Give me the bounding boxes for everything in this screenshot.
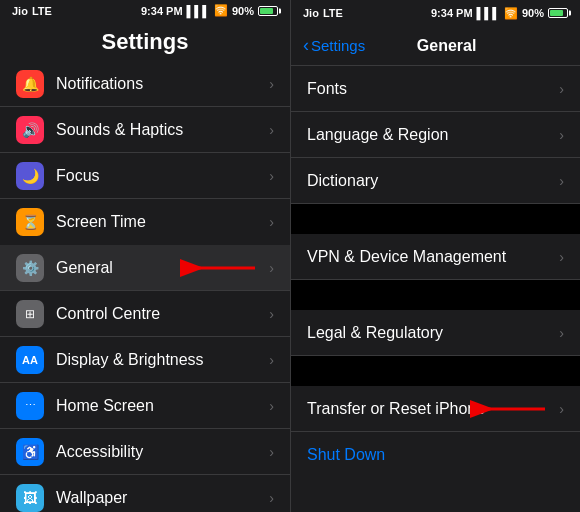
controlcentre-icon: ⊞ [16,300,44,328]
general-section-2: VPN & Device Management › [291,234,580,280]
settings-item-wallpaper[interactable]: 🖼 Wallpaper › [0,475,290,512]
general-title: General [365,37,528,55]
left-status-right: 9:34 PM ▌▌▌ 🛜 90% [141,4,278,17]
screentime-label: Screen Time [56,213,269,231]
notifications-icon: 🔔 [16,70,44,98]
wallpaper-icon: 🖼 [16,484,44,512]
network-left: LTE [32,5,52,17]
notifications-label: Notifications [56,75,269,93]
general-section-gap-1 [291,204,580,234]
controlcentre-label: Control Centre [56,305,269,323]
general-item-dictionary[interactable]: Dictionary › [291,158,580,204]
battery-right: 90% [522,7,544,19]
focus-chevron: › [269,168,274,184]
fonts-chevron: › [559,81,564,97]
legal-chevron: › [559,325,564,341]
accessibility-chevron: › [269,444,274,460]
sounds-chevron: › [269,122,274,138]
display-icon: AA [16,346,44,374]
settings-title: Settings [0,21,290,61]
back-chevron: ‹ [303,35,309,56]
battery-body [258,6,278,16]
sounds-icon: 🔊 [16,116,44,144]
wifi-icon-right: 🛜 [504,7,518,20]
language-label: Language & Region [307,126,559,144]
dictionary-label: Dictionary [307,172,559,190]
general-item-vpn[interactable]: VPN & Device Management › [291,234,580,280]
time-left: 9:34 PM [141,5,183,17]
sounds-label: Sounds & Haptics [56,121,269,139]
homescreen-icon: ⋯ [16,392,44,420]
display-label: Display & Brightness [56,351,269,369]
general-header: ‹ Settings General [291,26,580,66]
carrier-left: Jio [12,5,28,17]
wallpaper-chevron: › [269,490,274,506]
time-right: 9:34 PM [431,7,473,19]
network-right: LTE [323,7,343,19]
right-status-bar: Jio LTE 9:34 PM ▌▌▌ 🛜 90% [291,0,580,26]
general-chevron: › [269,260,274,276]
carrier-right: Jio [303,7,319,19]
left-status-bar: Jio LTE 9:34 PM ▌▌▌ 🛜 90% [0,0,290,21]
transfer-chevron: › [559,401,564,417]
accessibility-label: Accessibility [56,443,269,461]
general-arrow [190,254,260,282]
fonts-label: Fonts [307,80,559,98]
left-panel: Jio LTE 9:34 PM ▌▌▌ 🛜 90% Settings 🔔 Not… [0,0,290,512]
general-section-gap-2 [291,280,580,310]
back-label: Settings [311,37,365,54]
battery-body-right [548,8,568,18]
battery-icon-left [258,6,278,16]
settings-section-1: 🔔 Notifications › 🔊 Sounds & Haptics › 🌙… [0,61,290,245]
left-status-left: Jio LTE [12,5,52,17]
screentime-chevron: › [269,214,274,230]
language-chevron: › [559,127,564,143]
shutdown-label: Shut Down [307,446,385,464]
focus-label: Focus [56,167,269,185]
battery-fill-right [550,10,563,16]
dictionary-chevron: › [559,173,564,189]
settings-item-accessibility[interactable]: ♿ Accessibility › [0,429,290,475]
controlcentre-chevron: › [269,306,274,322]
homescreen-chevron: › [269,398,274,414]
settings-item-notifications[interactable]: 🔔 Notifications › [0,61,290,107]
settings-item-focus[interactable]: 🌙 Focus › [0,153,290,199]
legal-label: Legal & Regulatory [307,324,559,342]
settings-item-screentime[interactable]: ⏳ Screen Time › [0,199,290,245]
general-section-gap-3 [291,356,580,386]
wifi-icon: 🛜 [214,4,228,17]
right-status-left: Jio LTE [303,7,343,19]
homescreen-label: Home Screen [56,397,269,415]
screentime-icon: ⏳ [16,208,44,236]
focus-icon: 🌙 [16,162,44,190]
vpn-chevron: › [559,249,564,265]
settings-item-controlcentre[interactable]: ⊞ Control Centre › [0,291,290,337]
settings-item-homescreen[interactable]: ⋯ Home Screen › [0,383,290,429]
wallpaper-label: Wallpaper [56,489,269,507]
notifications-chevron: › [269,76,274,92]
display-chevron: › [269,352,274,368]
vpn-label: VPN & Device Management [307,248,559,266]
signal-icon: ▌▌▌ [187,5,210,17]
signal-icon-right: ▌▌▌ [477,7,500,19]
settings-section-2: ⚙️ General › ⊞ Control Centre › [0,245,290,512]
settings-item-sounds[interactable]: 🔊 Sounds & Haptics › [0,107,290,153]
right-status-right: 9:34 PM ▌▌▌ 🛜 90% [431,7,568,20]
general-item-shutdown[interactable]: Shut Down [291,432,580,478]
general-icon: ⚙️ [16,254,44,282]
general-section-4: Transfer or Reset iPhone › [291,386,580,432]
general-item-legal[interactable]: Legal & Regulatory › [291,310,580,356]
battery-fill [260,8,273,14]
settings-item-display[interactable]: AA Display & Brightness › [0,337,290,383]
accessibility-icon: ♿ [16,438,44,466]
general-section-3: Legal & Regulatory › [291,310,580,356]
general-section-1: Fonts › Language & Region › Dictionary › [291,66,580,204]
settings-item-general[interactable]: ⚙️ General › [0,245,290,291]
general-item-transfer[interactable]: Transfer or Reset iPhone › [291,386,580,432]
back-button[interactable]: ‹ Settings [303,35,365,56]
right-panel: Jio LTE 9:34 PM ▌▌▌ 🛜 90% ‹ Settings Gen… [290,0,580,512]
general-item-fonts[interactable]: Fonts › [291,66,580,112]
battery-icon-right [548,8,568,18]
general-item-language[interactable]: Language & Region › [291,112,580,158]
battery-left: 90% [232,5,254,17]
